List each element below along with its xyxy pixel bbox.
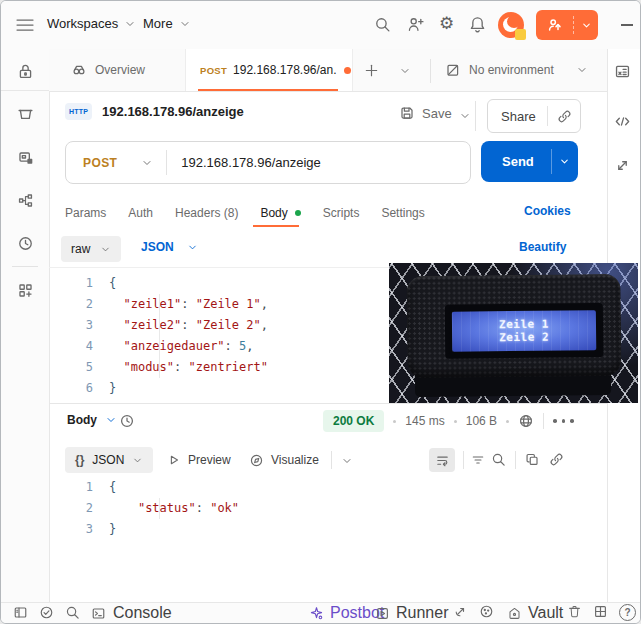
left-sidebar: [1, 49, 50, 602]
chevron-down-icon[interactable]: [141, 157, 153, 169]
wrap-text-button[interactable]: [429, 448, 455, 472]
main-menu-button[interactable]: [16, 18, 34, 32]
chevron-down-icon: [576, 64, 588, 76]
response-link-button[interactable]: [549, 452, 564, 467]
response-more-options[interactable]: [553, 419, 574, 423]
status-badge[interactable]: 200 OK: [323, 410, 384, 432]
workspaces-menu[interactable]: Workspaces: [47, 16, 136, 31]
code-line: 3}: [49, 519, 607, 540]
sync-status-button[interactable]: [39, 605, 54, 620]
gear-icon: ⚙: [439, 14, 454, 33]
notification-badge: [515, 29, 526, 40]
more-label: More: [143, 16, 173, 31]
filter-button[interactable]: [471, 453, 485, 467]
beautify-link[interactable]: Beautify: [519, 240, 566, 254]
request-url-bar: POST 192.168.178.96/anzeige: [65, 141, 471, 184]
sidebar-item-history[interactable]: [17, 235, 34, 252]
help-button[interactable]: ?: [619, 604, 636, 621]
sidebar-item-environments[interactable]: [17, 149, 34, 166]
console-button[interactable]: Console: [91, 604, 172, 622]
url-input[interactable]: 192.168.178.96/anzeige: [181, 155, 321, 170]
history-icon: [17, 235, 34, 252]
body-type-dropdown[interactable]: raw: [61, 236, 121, 262]
visualize-options-button[interactable]: [341, 455, 353, 467]
invite-button[interactable]: [407, 16, 424, 33]
minimize-icon[interactable]: [621, 24, 633, 26]
language-dropdown[interactable]: JSON: [141, 240, 198, 254]
postbot-icon: [309, 606, 324, 621]
upgrade-split-button[interactable]: [536, 10, 598, 40]
search-button[interactable]: [374, 16, 391, 33]
runner-button[interactable]: Runner: [375, 604, 448, 622]
split-panes-button[interactable]: [593, 604, 608, 619]
tab-auth[interactable]: Auth: [128, 206, 153, 220]
trash-button[interactable]: [567, 604, 582, 619]
method-selector[interactable]: POST: [83, 156, 117, 170]
sidebar-item-flows[interactable]: [17, 192, 34, 209]
raw-label: raw: [71, 242, 90, 256]
sidebar-item-lock[interactable]: [17, 63, 34, 80]
save-options-button[interactable]: [459, 110, 471, 122]
response-body-label: Body: [67, 413, 97, 427]
chevron-down-icon: [100, 244, 111, 255]
share-button[interactable]: Share: [501, 109, 536, 124]
copy-link-button[interactable]: [557, 109, 572, 124]
search-icon: [491, 452, 506, 467]
tab-params[interactable]: Params: [65, 206, 106, 220]
response-format-dropdown[interactable]: {} JSON: [65, 447, 153, 473]
tab-headers[interactable]: Headers (8): [175, 206, 238, 220]
pane-splitter[interactable]: [49, 403, 607, 404]
response-meta: 200 OK 145 ms 106 B: [323, 410, 574, 432]
new-tab-button[interactable]: [364, 63, 379, 78]
postbot-button[interactable]: Postbot: [309, 604, 384, 622]
environment-selector[interactable]: No environment: [445, 49, 588, 91]
console-icon: [91, 606, 106, 621]
tab-body[interactable]: Body: [260, 206, 300, 220]
chevron-down-icon: [581, 20, 592, 31]
network-globe-icon[interactable]: [518, 413, 534, 429]
search-response-button[interactable]: [491, 452, 506, 467]
sidebar-item-collections[interactable]: [17, 106, 34, 123]
find-button[interactable]: [65, 605, 80, 620]
http-method-badge: HTTP: [65, 103, 92, 120]
response-size[interactable]: 106 B: [466, 414, 497, 428]
send-split-button[interactable]: Send: [481, 141, 578, 182]
preview-label: Preview: [188, 453, 231, 467]
capture-requests-button[interactable]: [453, 604, 468, 619]
wrap-text-icon: [435, 453, 450, 468]
save-label: Save: [422, 106, 452, 121]
tab-request-active[interactable]: POST 192.168.178.96/an.: [185, 49, 353, 91]
visualize-button[interactable]: Visualize: [249, 447, 319, 473]
postman-logo[interactable]: [498, 12, 524, 38]
settings-button[interactable]: ⚙: [439, 14, 454, 34]
response-history-button[interactable]: [119, 413, 135, 429]
tab-overview[interactable]: Overview: [71, 49, 145, 91]
upgrade-dropdown[interactable]: [575, 20, 598, 31]
preview-button[interactable]: Preview: [167, 447, 231, 473]
tab-scripts[interactable]: Scripts: [323, 206, 360, 220]
chevron-down-icon: [559, 156, 570, 167]
overview-icon: [71, 62, 87, 78]
cookies-manager-button[interactable]: [479, 604, 494, 619]
more-menu[interactable]: More: [143, 16, 191, 31]
tab-options-button[interactable]: [399, 65, 411, 77]
copy-response-button[interactable]: [525, 452, 540, 467]
response-body-dropdown[interactable]: Body: [67, 413, 117, 427]
lock-icon: [17, 63, 34, 80]
tab-settings[interactable]: Settings: [381, 206, 424, 220]
response-body-editor[interactable]: 1{2 "status": "ok"3}: [49, 477, 607, 540]
sidebar-item-more-tools[interactable]: [17, 282, 34, 299]
code-snippet-button[interactable]: [614, 113, 631, 130]
vault-button[interactable]: Vault: [507, 604, 563, 622]
tab-method-label: POST: [200, 65, 227, 76]
tab-overview-label: Overview: [95, 63, 145, 77]
send-options-button[interactable]: [552, 156, 578, 167]
collapse-panels-button[interactable]: [614, 157, 631, 174]
cookies-link[interactable]: Cookies: [524, 204, 571, 218]
toggle-sidebar-button[interactable]: [13, 605, 28, 620]
environment-quick-look[interactable]: [614, 63, 631, 80]
person-add-icon: [407, 16, 424, 33]
notifications-button[interactable]: [469, 16, 486, 33]
save-button[interactable]: Save: [399, 105, 452, 121]
response-time[interactable]: 145 ms: [405, 414, 444, 428]
